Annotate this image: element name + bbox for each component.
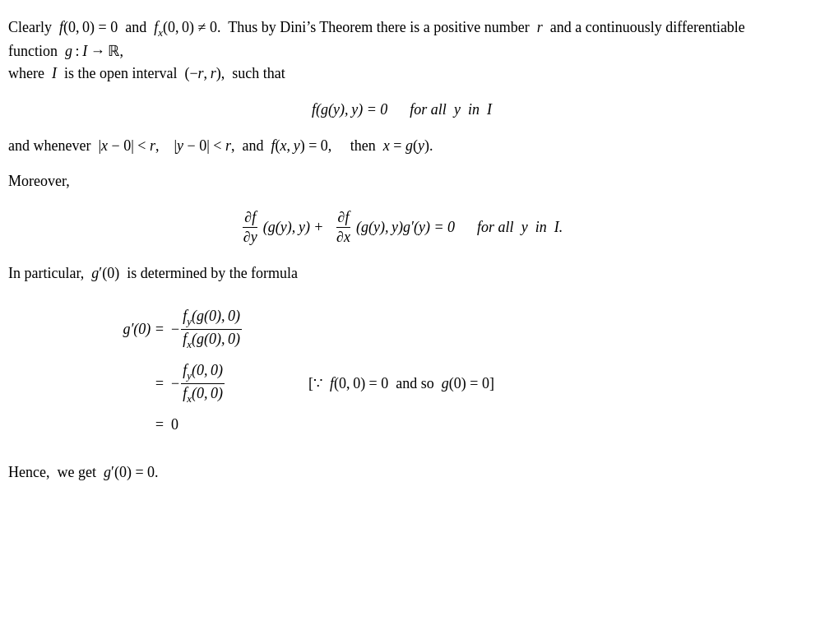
equation-1: f(g(y), y) = 0 for all y in I [312, 101, 492, 118]
equation-2: ∂f ∂y (g(y), y) + ∂f ∂x (g(y), y)g′(y) =… [241, 209, 563, 246]
paragraph-2: and whenever |x − 0| < r, |y − 0| < r, a… [8, 135, 795, 157]
align-annotation-2: [∵ f(0, 0) = 0 and so g(0) = 0] [308, 374, 494, 392]
page-container: Clearly f(0, 0) = 0 and fx(0, 0) ≠ 0. Th… [0, 0, 820, 644]
align-row-2: = − fy(0, 0) fx(0, 0) [∵ f(0, 0) = 0 and… [90, 362, 494, 405]
equation-1-block: f(g(y), y) = 0 for all y in I [8, 101, 795, 118]
gap-3 [8, 448, 795, 461]
partial-f-y: ∂f ∂y [242, 209, 259, 246]
paragraph-5: Hence, we get g′(0) = 0. [8, 461, 795, 484]
fraction-2: fy(0, 0) fx(0, 0) [181, 362, 225, 405]
math-content: Clearly f(0, 0) = 0 and fx(0, 0) ≠ 0. Th… [8, 16, 795, 628]
paragraph-1: Clearly f(0, 0) = 0 and fx(0, 0) ≠ 0. Th… [8, 16, 795, 85]
align-lhs-2: = [90, 375, 164, 392]
partial-f-x: ∂f ∂x [335, 209, 352, 246]
align-lhs-1: g′(0) = [90, 321, 164, 338]
align-rhs-2: − fy(0, 0) fx(0, 0) [171, 362, 226, 405]
paragraph-3: Moreover, [8, 170, 795, 192]
align-lhs-3: = [90, 416, 164, 433]
gap-1 [8, 157, 795, 170]
gap-2 [8, 285, 795, 293]
fraction-1: fy(g(0), 0) fx(g(0), 0) [181, 308, 242, 350]
align-row-3: = 0 [90, 416, 178, 433]
align-rhs-1: − fy(g(0), 0) fx(g(0), 0) [171, 308, 243, 350]
aligned-equations: g′(0) = − fy(g(0), 0) fx(g(0), 0) = − fy… [8, 304, 795, 437]
align-row-1: g′(0) = − fy(g(0), 0) fx(g(0), 0) [90, 308, 243, 350]
align-rhs-3: 0 [171, 416, 178, 433]
paragraph-4: In particular, g′(0) is determined by th… [8, 262, 795, 285]
equation-2-block: ∂f ∂y (g(y), y) + ∂f ∂x (g(y), y)g′(y) =… [8, 209, 795, 246]
